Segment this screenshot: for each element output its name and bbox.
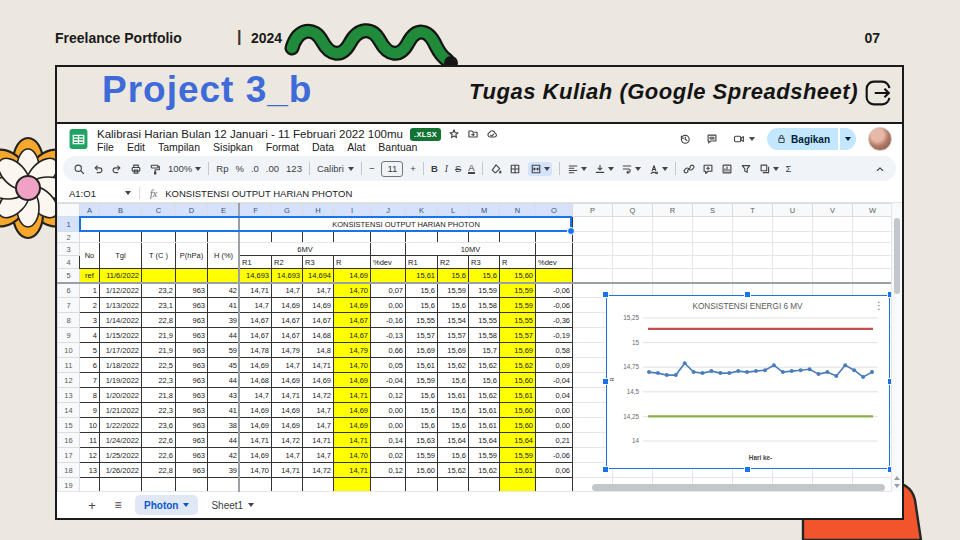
cell[interactable] bbox=[773, 232, 813, 243]
cell[interactable]: 43 bbox=[208, 388, 240, 403]
cell[interactable] bbox=[303, 478, 334, 493]
row-header-9[interactable]: 9 bbox=[58, 328, 80, 343]
cell[interactable]: 14,7 bbox=[272, 283, 303, 298]
cell[interactable]: 963 bbox=[176, 358, 208, 373]
cell[interactable]: 15,61 bbox=[406, 358, 438, 373]
cell[interactable] bbox=[653, 243, 693, 256]
menu-file[interactable]: File bbox=[97, 141, 114, 154]
cell[interactable] bbox=[536, 243, 573, 256]
cell[interactable]: R2 bbox=[272, 256, 303, 269]
cell[interactable]: 14,71 bbox=[240, 433, 272, 448]
row-header-10[interactable]: 10 bbox=[58, 343, 80, 358]
percent-format-button[interactable]: % bbox=[235, 163, 243, 174]
cell[interactable]: 21,8 bbox=[142, 388, 176, 403]
column-header-V[interactable]: V bbox=[813, 204, 853, 217]
cell[interactable]: 15,59 bbox=[500, 448, 536, 463]
add-sheet-button[interactable]: + bbox=[83, 498, 101, 513]
cell[interactable] bbox=[176, 232, 208, 243]
collapse-toolbar-icon[interactable] bbox=[874, 163, 886, 175]
cell[interactable]: -0,06 bbox=[536, 298, 573, 313]
cell[interactable] bbox=[613, 269, 653, 283]
cell[interactable]: 39 bbox=[208, 313, 240, 328]
cell[interactable]: 1/22/2022 bbox=[100, 418, 142, 433]
row-header-7[interactable]: 7 bbox=[58, 298, 80, 313]
cell[interactable] bbox=[438, 478, 469, 493]
cell[interactable] bbox=[80, 232, 100, 243]
cell[interactable]: 15,60 bbox=[500, 269, 536, 283]
cell[interactable]: 15,59 bbox=[500, 283, 536, 298]
font-select[interactable]: Calibri bbox=[317, 163, 354, 174]
share-dropdown[interactable] bbox=[840, 128, 856, 150]
cell[interactable] bbox=[733, 256, 773, 269]
cell[interactable]: No bbox=[80, 243, 100, 269]
cell[interactable] bbox=[100, 232, 142, 243]
cell[interactable]: 0,58 bbox=[536, 343, 573, 358]
cell[interactable]: 14,70 bbox=[240, 463, 272, 478]
cell[interactable]: 15,59 bbox=[469, 448, 500, 463]
cell[interactable]: 963 bbox=[176, 298, 208, 313]
italic-button[interactable]: I bbox=[445, 164, 448, 174]
cell[interactable]: 15,60 bbox=[406, 463, 438, 478]
cell[interactable]: 1/24/2022 bbox=[100, 433, 142, 448]
tab-dropdown-icon[interactable] bbox=[183, 503, 189, 507]
row-header-12[interactable]: 12 bbox=[58, 373, 80, 388]
sheet-tab-sheet1[interactable]: Sheet1 bbox=[202, 495, 263, 515]
sheet-tab-photon[interactable]: Photon bbox=[135, 495, 198, 515]
cell[interactable]: 14,71 bbox=[334, 388, 371, 403]
cell[interactable]: 2 bbox=[80, 298, 100, 313]
row-header-5[interactable]: 5 bbox=[58, 269, 80, 283]
cell[interactable]: 963 bbox=[176, 448, 208, 463]
cell[interactable]: 21,9 bbox=[142, 328, 176, 343]
cell[interactable]: 963 bbox=[176, 373, 208, 388]
cell[interactable]: 14,67 bbox=[303, 313, 334, 328]
column-header-S[interactable]: S bbox=[693, 204, 733, 217]
cell[interactable]: 11 bbox=[80, 433, 100, 448]
increase-font-button[interactable]: + bbox=[410, 163, 416, 174]
column-header-R[interactable]: R bbox=[653, 204, 693, 217]
cell[interactable]: 0,07 bbox=[371, 283, 406, 298]
search-icon[interactable] bbox=[73, 163, 85, 175]
cell[interactable]: 42 bbox=[208, 283, 240, 298]
cell[interactable] bbox=[653, 269, 693, 283]
cell[interactable] bbox=[853, 217, 893, 232]
row-header-16[interactable]: 16 bbox=[58, 433, 80, 448]
cell[interactable]: 7 bbox=[80, 373, 100, 388]
cell[interactable]: 22,8 bbox=[142, 313, 176, 328]
cell[interactable]: 15,55 bbox=[406, 313, 438, 328]
cell[interactable]: 4 bbox=[80, 328, 100, 343]
cell[interactable]: 15,6 bbox=[469, 373, 500, 388]
cell[interactable] bbox=[573, 232, 613, 243]
cell[interactable]: 0,66 bbox=[371, 343, 406, 358]
cell[interactable]: 14,68 bbox=[240, 373, 272, 388]
cell[interactable]: 22,3 bbox=[142, 403, 176, 418]
cell[interactable]: 14,79 bbox=[272, 343, 303, 358]
decrease-decimal-button[interactable]: .0 bbox=[251, 163, 259, 174]
cell[interactable]: 15,64 bbox=[500, 433, 536, 448]
cell[interactable] bbox=[240, 232, 272, 243]
column-header-A[interactable]: A bbox=[80, 204, 100, 217]
row-header-15[interactable]: 15 bbox=[58, 418, 80, 433]
cell[interactable] bbox=[613, 232, 653, 243]
cell[interactable]: 15,6 bbox=[438, 448, 469, 463]
cell[interactable]: 15,62 bbox=[469, 388, 500, 403]
cell[interactable] bbox=[813, 232, 853, 243]
cell[interactable]: 14,67 bbox=[272, 328, 303, 343]
cell[interactable] bbox=[406, 232, 438, 243]
cell[interactable]: 15,69 bbox=[406, 343, 438, 358]
cell[interactable]: 1 bbox=[80, 283, 100, 298]
cell[interactable]: 14,68 bbox=[303, 328, 334, 343]
cell[interactable]: 1/19/2022 bbox=[100, 373, 142, 388]
cell[interactable] bbox=[693, 217, 733, 232]
cell[interactable]: 11/6/2022 bbox=[100, 269, 142, 283]
cell[interactable]: 14,7 bbox=[303, 418, 334, 433]
cell[interactable]: 44 bbox=[208, 328, 240, 343]
merge-cells-button[interactable] bbox=[528, 162, 552, 176]
share-button[interactable]: Bagikan bbox=[767, 128, 856, 150]
cell[interactable]: 14,71 bbox=[334, 433, 371, 448]
cell[interactable]: 6MV bbox=[240, 243, 371, 256]
cell[interactable]: 21,9 bbox=[142, 343, 176, 358]
cell[interactable]: 15,60 bbox=[500, 373, 536, 388]
frozen-row-divider[interactable] bbox=[57, 282, 892, 284]
column-header-H[interactable]: H bbox=[303, 204, 334, 217]
currency-format-button[interactable]: Rp bbox=[216, 163, 228, 174]
